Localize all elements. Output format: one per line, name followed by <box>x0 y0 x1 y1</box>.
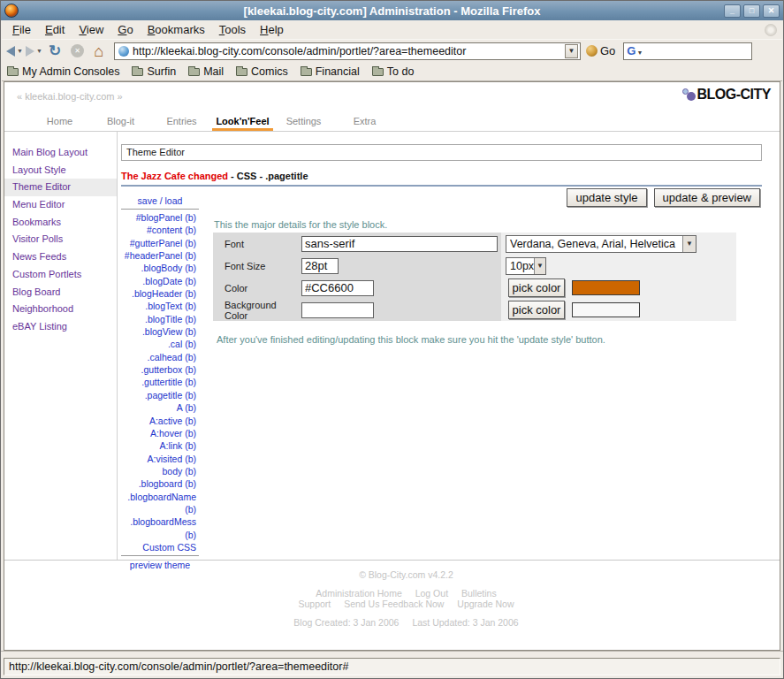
sidebar-item-neighborhood[interactable]: Neighborhood <box>4 301 117 318</box>
selector-link-blogboardname[interactable]: .blogboardName (b) <box>121 491 199 516</box>
menu-edit[interactable]: Edit <box>38 23 72 36</box>
url-bar[interactable]: ▼ <box>114 42 581 60</box>
selector-link-a-hover[interactable]: A:hover (b) <box>121 427 199 439</box>
close-button[interactable]: ✕ <box>763 4 780 18</box>
menu-file[interactable]: File <box>5 23 38 36</box>
selector-link-a-active[interactable]: A:active (b) <box>121 415 199 427</box>
sidebar-item-visitor-polls[interactable]: Visitor Polls <box>4 231 117 248</box>
bookmark-my-admin-consoles[interactable]: My Admin Consoles <box>7 65 119 78</box>
selector-link-blogtext[interactable]: .blogText (b) <box>121 300 199 312</box>
footer-link-log-out[interactable]: Log Out <box>415 588 448 599</box>
selector-link-a-visited[interactable]: A:visited (b) <box>121 453 199 465</box>
selector-link-guttertitle[interactable]: .guttertitle (b) <box>121 376 199 388</box>
sidebar-item-menu-editor[interactable]: Menu Editor <box>4 196 117 214</box>
form-row-color: Color pick color <box>213 277 736 299</box>
selector-link-blogboardmess[interactable]: .blogboardMess (b) <box>121 515 199 541</box>
chevron-down-icon[interactable]: ▼ <box>534 258 545 274</box>
bookmark-surfin[interactable]: Surfin <box>132 65 176 78</box>
selector-link-calhead[interactable]: .calhead (b) <box>121 351 199 363</box>
selector-link-blogboard[interactable]: .blogboard (b) <box>121 477 199 490</box>
stop-button[interactable]: ✕ <box>67 44 88 57</box>
selector-link-blogpanel[interactable]: #blogPanel (b) <box>121 211 199 224</box>
url-dropdown-icon[interactable]: ▼ <box>565 44 578 58</box>
bookmark-to-do[interactable]: To do <box>372 65 415 78</box>
tab-extra[interactable]: Extra <box>334 115 395 131</box>
back-button[interactable]: ▼ <box>6 46 23 57</box>
update-style-button[interactable]: update style <box>567 188 646 207</box>
selector-link-custom-css[interactable]: Custom CSS <box>121 541 199 553</box>
selector-link-a-link[interactable]: A:link (b) <box>121 439 199 452</box>
menu-help[interactable]: Help <box>253 23 291 36</box>
sidebar-item-custom-portlets[interactable]: Custom Portlets <box>4 266 117 284</box>
background-color-swatch <box>572 302 640 317</box>
selector-link-gutterbox[interactable]: .gutterbox (b) <box>121 363 199 376</box>
bookmark-mail[interactable]: Mail <box>188 65 224 78</box>
go-icon <box>586 45 598 57</box>
menu-view[interactable]: View <box>72 23 110 36</box>
menu-tools[interactable]: Tools <box>212 23 253 36</box>
selector-link-content[interactable]: #content (b) <box>121 224 199 236</box>
tab-blog-it[interactable]: Blog-it <box>90 115 151 131</box>
minimize-button[interactable]: _ <box>724 4 741 18</box>
sidebar-item-theme-editor[interactable]: Theme Editor <box>4 179 117 196</box>
search-input[interactable] <box>644 45 749 57</box>
search-box[interactable]: G ▼ <box>623 42 752 60</box>
selector-link-blogbody[interactable]: .blogBody (b) <box>121 262 199 274</box>
go-button[interactable]: Go <box>586 44 615 57</box>
selector-link-blogdate[interactable]: .blogDate (b) <box>121 275 199 287</box>
save-load-link[interactable]: save / load <box>121 195 199 210</box>
selector-link-blogheader[interactable]: .blogHeader (b) <box>121 287 199 300</box>
footer-link-bulletins[interactable]: Bulletins <box>461 588 497 599</box>
reload-button[interactable]: ↻ <box>45 43 65 58</box>
footer-link-administration-home[interactable]: Administration Home <box>316 588 401 599</box>
home-button[interactable]: ⌂ <box>90 43 107 59</box>
chevron-down-icon[interactable]: ▼ <box>682 236 696 252</box>
action-buttons: update style update & preview <box>567 188 760 207</box>
bookmark-financial[interactable]: Financial <box>301 65 360 78</box>
update-preview-button[interactable]: update & preview <box>654 188 760 207</box>
forward-button[interactable]: ▼ <box>26 46 42 57</box>
selector-link-blogtitle[interactable]: .blogTitle (b) <box>121 313 199 325</box>
home-icon: ⌂ <box>94 43 103 59</box>
sidebar-item-bookmarks[interactable]: Bookmarks <box>4 214 117 232</box>
font-family-select[interactable]: Verdana, Geneva, Arial, Helvetica ▼ <box>506 235 696 253</box>
sidebar-item-news-feeds[interactable]: News Feeds <box>4 248 117 266</box>
font-size-input[interactable] <box>301 258 339 274</box>
footer-copyright: © Blog-City.com v4.2.2 <box>33 569 780 580</box>
selector-link-blogview[interactable]: .blogView (b) <box>121 325 199 338</box>
pick-background-color-button[interactable]: pick color <box>508 301 565 319</box>
status-text: http://kleekai.blog-city.com/console/adm… <box>4 658 780 675</box>
font-size-select[interactable]: 10px ▼ <box>506 257 546 275</box>
font-input[interactable] <box>301 236 498 252</box>
back-arrow-icon <box>6 46 15 57</box>
footer-link-send-us-feedback[interactable]: Send Us Feedback Now <box>344 599 444 609</box>
sidebar-item-main-blog-layout[interactable]: Main Blog Layout <box>4 144 117 162</box>
color-input[interactable] <box>301 280 374 296</box>
tab-settings[interactable]: Settings <box>273 115 334 131</box>
bookmark-comics[interactable]: Comics <box>236 65 288 78</box>
tab-entries[interactable]: Entries <box>151 115 212 131</box>
selector-link-cal[interactable]: .cal (b) <box>121 338 199 350</box>
back-dropdown-icon[interactable]: ▼ <box>17 48 23 54</box>
selector-link-body[interactable]: body (b) <box>121 465 199 477</box>
maximize-button[interactable]: □ <box>743 4 760 18</box>
background-color-input[interactable] <box>301 302 374 318</box>
menu-bookmarks[interactable]: Bookmarks <box>141 23 212 36</box>
tab-home[interactable]: Home <box>29 115 90 131</box>
sidebar-item-layout-style[interactable]: Layout Style <box>4 162 117 179</box>
sidebar-item-ebay-listing[interactable]: eBAY Listing <box>4 318 117 336</box>
selector-link-gutterpanel[interactable]: #gutterPanel (b) <box>121 237 199 249</box>
tab-look-n-feel[interactable]: Look'n'Feel <box>212 115 273 131</box>
pick-color-button[interactable]: pick color <box>508 278 565 297</box>
font-size-label: Font Size <box>213 261 301 271</box>
forward-dropdown-icon[interactable]: ▼ <box>36 48 42 54</box>
search-dropdown-icon[interactable]: ▼ <box>636 50 643 56</box>
sidebar-item-blog-board[interactable]: Blog Board <box>4 284 117 301</box>
footer-link-upgrade-now[interactable]: Upgrade Now <box>457 599 514 609</box>
selector-link-a[interactable]: A (b) <box>121 401 199 414</box>
footer-link-support[interactable]: Support <box>298 599 331 609</box>
url-input[interactable] <box>133 45 565 57</box>
selector-link-headerpanel[interactable]: #headerPanel (b) <box>121 249 199 262</box>
menu-go[interactable]: Go <box>110 23 140 36</box>
selector-link-pagetitle[interactable]: .pagetitle (b) <box>121 389 199 401</box>
